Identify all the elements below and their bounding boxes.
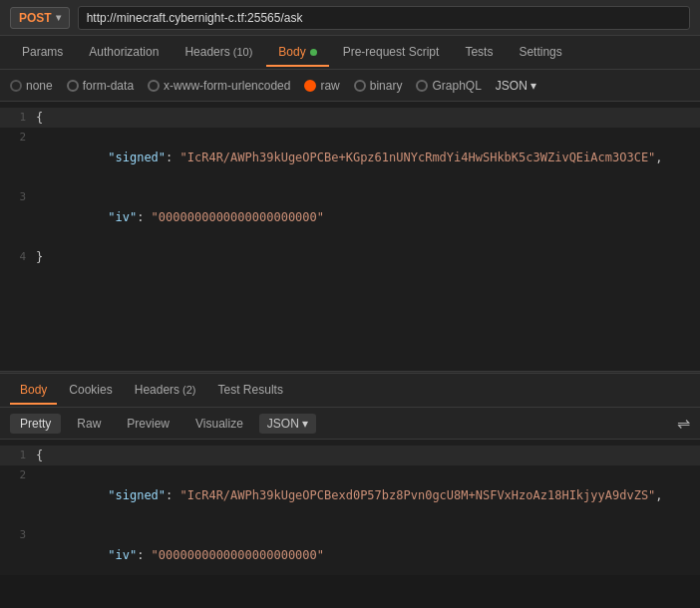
request-editor[interactable]: 1 { 2 "signed": "IcR4R/AWPh39kUgeOPCBe+K… xyxy=(0,102,700,371)
radio-binary xyxy=(354,80,366,92)
resp-code-line-1: 1 { xyxy=(0,446,700,465)
resp-code-line-3: 3 "iv": "0000000000000000000000" xyxy=(0,525,700,575)
tab-body[interactable]: Body xyxy=(266,39,328,67)
resp-tab-testresults[interactable]: Test Results xyxy=(208,377,293,405)
code-line-4: 4 } xyxy=(0,247,700,267)
tab-settings[interactable]: Settings xyxy=(507,39,573,67)
body-type-raw[interactable]: raw xyxy=(304,79,339,93)
code-line-1: 1 { xyxy=(0,108,700,128)
code-line-2: 2 "signed": "IcR4R/AWPh39kUgeOPCBe+KGpz6… xyxy=(0,128,700,187)
resp-tab-cookies[interactable]: Cookies xyxy=(59,377,122,405)
radio-none xyxy=(10,80,22,92)
body-type-formdata[interactable]: form-data xyxy=(67,79,134,93)
tab-headers[interactable]: Headers(10) xyxy=(173,39,264,67)
tab-tests[interactable]: Tests xyxy=(453,39,505,67)
body-type-graphql[interactable]: GraphQL xyxy=(416,79,481,93)
body-type-binary[interactable]: binary xyxy=(354,79,403,93)
body-type-urlencoded[interactable]: x-www-form-urlencoded xyxy=(148,79,290,93)
resp-btn-raw[interactable]: Raw xyxy=(67,414,111,434)
radio-raw xyxy=(304,80,316,92)
tab-authorization[interactable]: Authorization xyxy=(77,39,171,67)
method-dropdown[interactable]: POST ▾ xyxy=(10,7,70,29)
body-type-none[interactable]: none xyxy=(10,79,53,93)
chevron-down-icon: ▾ xyxy=(56,12,61,23)
request-bar: POST ▾ xyxy=(0,0,700,36)
response-editor: 1 { 2 "signed": "IcR4R/AWPh39kUgeOPCBexd… xyxy=(0,440,700,575)
body-type-bar: none form-data x-www-form-urlencoded raw… xyxy=(0,70,700,102)
chevron-down-icon: ▾ xyxy=(302,417,308,431)
resp-code-line-2: 2 "signed": "IcR4R/AWPh39kUgeOPCBexd0P57… xyxy=(0,465,700,525)
radio-urlencoded xyxy=(148,80,160,92)
resp-format-select[interactable]: JSON ▾ xyxy=(259,414,316,434)
tab-params[interactable]: Params xyxy=(10,39,75,67)
resp-btn-visualize[interactable]: Visualize xyxy=(185,414,253,434)
active-dot xyxy=(310,49,317,56)
wrap-icon[interactable]: ⇌ xyxy=(677,414,690,433)
tab-prerequest[interactable]: Pre-request Script xyxy=(331,39,452,67)
resp-btn-pretty[interactable]: Pretty xyxy=(10,414,61,434)
method-label: POST xyxy=(19,11,52,25)
json-format-select[interactable]: JSON ▾ xyxy=(496,79,536,93)
response-tabs: Body Cookies Headers(2) Test Results xyxy=(0,374,700,408)
code-line-3: 3 "iv": "0000000000000000000000" xyxy=(0,187,700,247)
resp-btn-preview[interactable]: Preview xyxy=(117,414,179,434)
nav-tabs: Params Authorization Headers(10) Body Pr… xyxy=(0,36,700,70)
radio-graphql xyxy=(416,80,428,92)
resp-tab-body[interactable]: Body xyxy=(10,377,57,405)
url-input[interactable] xyxy=(78,6,690,30)
chevron-down-icon: ▾ xyxy=(530,79,536,93)
radio-formdata xyxy=(67,80,79,92)
resp-tab-headers[interactable]: Headers(2) xyxy=(125,377,206,405)
response-toolbar: Pretty Raw Preview Visualize JSON ▾ ⇌ xyxy=(0,408,700,440)
